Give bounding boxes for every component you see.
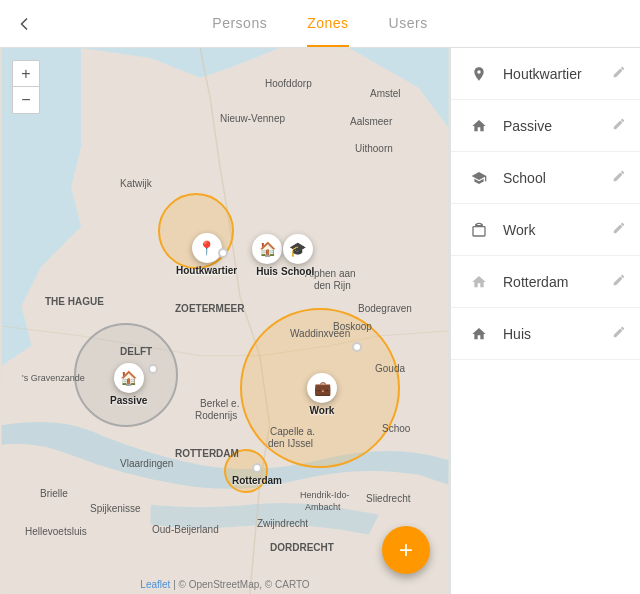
marker-dot2	[148, 364, 158, 374]
sidebar-label-school: School	[503, 170, 612, 186]
sidebar-label-houtkwartier: Houtkwartier	[503, 66, 612, 82]
sidebar: Houtkwartier Passive School	[450, 48, 640, 594]
edit-passive-button[interactable]	[612, 117, 626, 134]
sidebar-item-school[interactable]: School	[451, 152, 640, 204]
marker-school[interactable]: 🎓 School	[281, 234, 314, 277]
home-icon-huis	[465, 326, 493, 342]
sidebar-item-huis[interactable]: Huis	[451, 308, 640, 360]
tab-zones[interactable]: Zones	[307, 1, 348, 47]
sidebar-label-passive: Passive	[503, 118, 612, 134]
zoom-controls: + −	[12, 60, 40, 114]
leaflet-link[interactable]: Leaflet	[140, 579, 170, 590]
marker-huis[interactable]: 🏠 Huis	[252, 234, 282, 277]
sidebar-item-houtkwartier[interactable]: Houtkwartier	[451, 48, 640, 100]
edit-houtkwartier-button[interactable]	[612, 65, 626, 82]
work-icon	[465, 222, 493, 238]
tab-users[interactable]: Users	[389, 1, 428, 47]
edit-school-button[interactable]	[612, 169, 626, 186]
add-zone-button[interactable]: +	[382, 526, 430, 574]
main-layout: Hoofddorp Amstel Nieuw-Vennep Aalsmeer U…	[0, 48, 640, 594]
edit-huis-button[interactable]	[612, 325, 626, 342]
sidebar-item-rotterdam[interactable]: Rotterdam	[451, 256, 640, 308]
school-icon	[465, 170, 493, 186]
home-icon-passive	[465, 118, 493, 134]
header-tabs: Persons Zones Users	[48, 1, 592, 47]
sidebar-item-work[interactable]: Work	[451, 204, 640, 256]
map-container[interactable]: Hoofddorp Amstel Nieuw-Vennep Aalsmeer U…	[0, 48, 450, 594]
map-attribution: Leaflet | © OpenStreetMap, © CARTO	[140, 579, 309, 590]
marker-rotterdam[interactable]: Rotterdam	[232, 463, 282, 486]
header: Persons Zones Users	[0, 0, 640, 48]
back-button[interactable]	[0, 0, 48, 48]
marker-dot	[218, 248, 228, 258]
tab-persons[interactable]: Persons	[212, 1, 267, 47]
marker-dot3	[352, 342, 362, 352]
sidebar-label-work: Work	[503, 222, 612, 238]
sidebar-item-passive[interactable]: Passive	[451, 100, 640, 152]
zoom-in-button[interactable]: +	[13, 61, 39, 87]
marker-passive[interactable]: 🏠 Passive	[110, 363, 147, 406]
home-icon-rotterdam	[465, 274, 493, 290]
marker-work[interactable]: 💼 Work	[307, 373, 337, 416]
sidebar-label-huis: Huis	[503, 326, 612, 342]
map-svg	[0, 48, 450, 594]
edit-work-button[interactable]	[612, 221, 626, 238]
edit-rotterdam-button[interactable]	[612, 273, 626, 290]
marker-houtkwartier[interactable]: 📍 Houtkwartier	[176, 233, 237, 276]
sidebar-label-rotterdam: Rotterdam	[503, 274, 612, 290]
location-icon	[465, 66, 493, 82]
zoom-out-button[interactable]: −	[13, 87, 39, 113]
